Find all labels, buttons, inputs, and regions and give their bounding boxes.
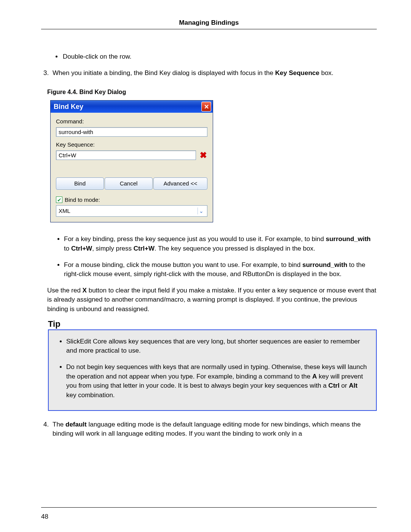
x-icon: ✖ <box>200 149 207 161</box>
red-x-paragraph: Use the red X button to clear the input … <box>41 286 377 314</box>
figure-caption: Figure 4.4. Bind Key Dialog <box>47 88 377 96</box>
bind-mode-checkbox[interactable]: ✔ <box>56 197 62 203</box>
list-item: SlickEdit Core allows key sequences that… <box>66 337 369 356</box>
bind-mode-value: XML <box>59 207 70 215</box>
step-number: 3. <box>43 69 50 78</box>
list-item: Do not begin key sequences with keys tha… <box>66 363 369 400</box>
bind-key-dialog: Bind Key ✕ Command: Key Sequence: ✖ Bind <box>50 100 213 222</box>
keyseq-input[interactable] <box>56 150 196 160</box>
keyseq-label: Key Sequence: <box>56 141 207 149</box>
after-figure-list: For a key binding, press the key sequenc… <box>41 235 377 279</box>
list-item: For a mouse binding, click the mouse but… <box>64 260 377 279</box>
bind-mode-select[interactable]: XML ⌄ <box>56 205 207 217</box>
step-number: 4. <box>43 420 50 439</box>
footer-rule <box>41 507 377 508</box>
header-rule <box>41 29 377 29</box>
tip-heading: Tip <box>46 318 62 330</box>
top-bullet-list: Double-click on the row. <box>41 52 377 62</box>
step-3: 3. When you initiate a binding, the Bind… <box>41 69 377 78</box>
bind-mode-label: Bind to mode: <box>65 196 100 204</box>
list-item: Double-click on the row. <box>62 52 377 62</box>
dialog-body: Command: Key Sequence: ✖ Bind Cancel Adv… <box>51 113 213 222</box>
close-icon: ✕ <box>204 102 209 111</box>
command-label: Command: <box>56 117 207 126</box>
chevron-down-icon: ⌄ <box>198 208 205 214</box>
tip-box: SlickEdit Core allows key sequences that… <box>48 329 377 411</box>
close-button[interactable]: ✕ <box>201 102 211 112</box>
command-input[interactable] <box>56 127 207 137</box>
step-text: The default language editing mode is the… <box>53 420 377 439</box>
step-text: When you initiate a binding, the Bind Ke… <box>53 69 333 78</box>
list-item: For a key binding, press the key sequenc… <box>64 235 377 253</box>
advanced-button[interactable]: Advanced << <box>153 177 207 190</box>
cancel-button[interactable]: Cancel <box>105 177 153 190</box>
dialog-titlebar: Bind Key ✕ <box>51 101 213 113</box>
bind-button[interactable]: Bind <box>56 177 104 190</box>
clear-keyseq-button[interactable]: ✖ <box>199 151 207 159</box>
dialog-title: Bind Key <box>54 102 83 112</box>
content: Double-click on the row. 3. When you ini… <box>41 52 377 439</box>
page-number: 48 <box>41 513 48 521</box>
check-icon: ✔ <box>57 197 62 203</box>
step-4: 4. The default language editing mode is … <box>41 420 377 439</box>
page-header: Managing Bindings <box>41 19 377 29</box>
